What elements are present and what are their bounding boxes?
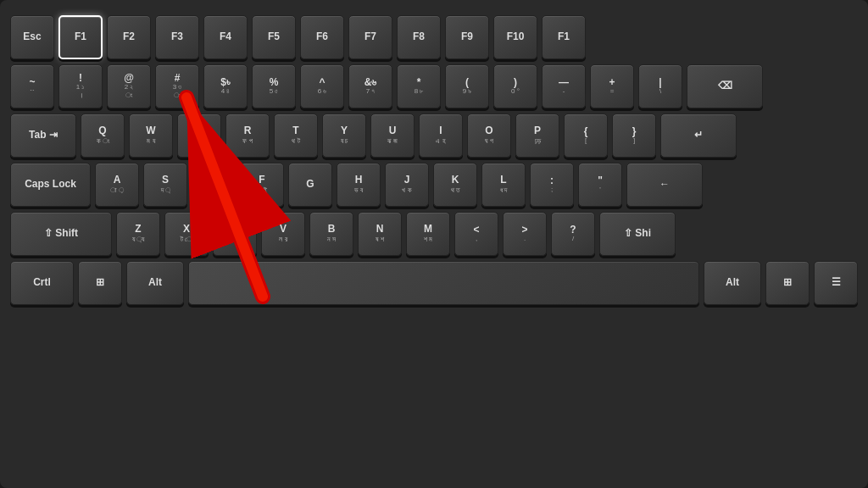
key-g[interactable]: G — [288, 163, 332, 207]
key-2[interactable]: @ 2 ২ ং — [107, 64, 151, 108]
key-f6[interactable]: F6 — [300, 15, 344, 59]
key-backspace[interactable]: ⌫ — [687, 64, 763, 108]
key-f10[interactable]: F10 — [493, 15, 537, 59]
key-b[interactable]: B ন স — [309, 212, 353, 256]
key-shift-right[interactable]: ⇧ Shi — [599, 212, 676, 256]
key-5[interactable]: % 5 ৫ — [252, 64, 296, 108]
key-t[interactable]: T থ ট — [274, 114, 318, 158]
key-f8[interactable]: F8 — [397, 15, 441, 59]
key-enter[interactable]: ↵ — [660, 114, 737, 158]
key-w[interactable]: W ম য — [129, 114, 173, 158]
key-f5[interactable]: F5 — [252, 15, 296, 59]
bottom-key-row: Crtl ⊞ Alt Alt ⊞ ☰ — [10, 261, 858, 305]
shift-key-row: ⇧ Shift Z য ্য X ট ো C ছ র V ল র B ন স N… — [10, 212, 858, 256]
key-0[interactable]: ) 0 ° — [493, 64, 537, 108]
key-n[interactable]: N ষ শ — [358, 212, 402, 256]
key-period[interactable]: > . — [503, 212, 547, 256]
key-l[interactable]: L ধ দ — [481, 163, 526, 207]
function-key-row: Esc F1 F2 F3 F4 F5 F6 F7 F8 F9 F10 — [10, 15, 858, 59]
key-f2[interactable]: F2 — [107, 15, 151, 59]
key-slash[interactable]: ? / — [551, 212, 595, 256]
key-i[interactable]: I এ হ — [419, 114, 463, 158]
key-comma[interactable]: < , — [454, 212, 498, 256]
key-k[interactable]: K থ ত — [433, 163, 477, 207]
key-u[interactable]: U ঝ জ — [370, 114, 415, 158]
key-space[interactable] — [188, 261, 699, 305]
key-quote[interactable]: " ' — [578, 163, 622, 207]
key-plus[interactable]: + = — [590, 64, 634, 108]
key-f9[interactable]: F9 — [445, 15, 489, 59]
key-shift-left[interactable]: ⇧ Shift — [10, 212, 112, 256]
key-ctrl-left[interactable]: Crtl — [10, 261, 74, 305]
key-f4[interactable]: F4 — [203, 15, 248, 59]
key-p[interactable]: P ঢ়ড় — [515, 114, 559, 158]
key-menu[interactable]: ☰ — [814, 261, 858, 305]
number-key-row: ~ `` ! 1 ১ । @ 2 ২ ং # 3 ৩ ঃ $৳ 4 ৪ % 5 … — [10, 64, 858, 108]
key-q[interactable]: Q ক ং — [81, 114, 125, 158]
key-d[interactable]: D ন ী — [192, 163, 236, 207]
key-win-right[interactable]: ⊞ — [765, 261, 810, 305]
key-r[interactable]: R ফ প — [225, 114, 270, 158]
key-f7[interactable]: F7 — [348, 15, 392, 59]
key-e[interactable]: E ত ড — [177, 114, 221, 158]
key-7[interactable]: &৬ 7 ৭ — [348, 64, 392, 108]
key-6[interactable]: ^ 6 ৬ — [300, 64, 344, 108]
key-1[interactable]: ! 1 ১ । — [58, 64, 103, 108]
key-9[interactable]: ( 9 ৯ — [445, 64, 489, 108]
key-esc[interactable]: Esc — [10, 15, 54, 59]
key-f3[interactable]: F3 — [155, 15, 199, 59]
key-enter2[interactable]: ← — [626, 163, 703, 207]
key-semicolon[interactable]: : ; — [530, 163, 574, 207]
key-caps-lock[interactable]: Caps Lock — [10, 163, 91, 207]
key-m[interactable]: M শ ম — [406, 212, 450, 256]
key-a[interactable]: A া ় — [95, 163, 139, 207]
keyboard: Esc F1 F2 F3 F4 F5 F6 F7 F8 F9 F10 — [0, 0, 868, 488]
key-alt-right[interactable]: Alt — [704, 261, 761, 305]
key-minus[interactable]: — - — [542, 64, 586, 108]
key-alt-left[interactable]: Alt — [126, 261, 184, 305]
key-v[interactable]: V ল র — [261, 212, 305, 256]
key-backslash2[interactable]: | \ — [638, 64, 682, 108]
key-tilde[interactable]: ~ `` — [10, 64, 54, 108]
key-j[interactable]: J খ ক — [385, 163, 429, 207]
key-f1[interactable]: F1 — [58, 15, 103, 59]
key-c[interactable]: C ছ র — [213, 212, 257, 256]
asdf-key-row: Caps Lock A া ় S দ ্ D ন ী F অ ই G H ভ … — [10, 163, 858, 207]
key-3[interactable]: # 3 ৩ ঃ — [155, 64, 199, 108]
key-o[interactable]: O ঘ গ — [467, 114, 511, 158]
key-8[interactable]: * 8 ৮ — [397, 64, 441, 108]
key-x[interactable]: X ট ো — [164, 212, 209, 256]
key-rbracket[interactable]: } ] — [612, 114, 656, 158]
key-f[interactable]: F অ ই — [240, 163, 284, 207]
key-s[interactable]: S দ ্ — [143, 163, 187, 207]
key-z[interactable]: Z য ্য — [116, 212, 160, 256]
key-h[interactable]: H ভ ব — [337, 163, 381, 207]
key-tab[interactable]: Tab ⇥ — [10, 114, 76, 158]
key-f11[interactable]: F1 — [542, 15, 586, 59]
key-y[interactable]: Y য চ — [322, 114, 366, 158]
qwerty-key-row: Tab ⇥ Q ক ং W ম য E ত ড R ফ প T থ ট Y য … — [10, 114, 858, 158]
key-4[interactable]: $৳ 4 ৪ — [203, 64, 248, 108]
key-lbracket[interactable]: { [ — [564, 114, 608, 158]
key-win-left[interactable]: ⊞ — [78, 261, 122, 305]
